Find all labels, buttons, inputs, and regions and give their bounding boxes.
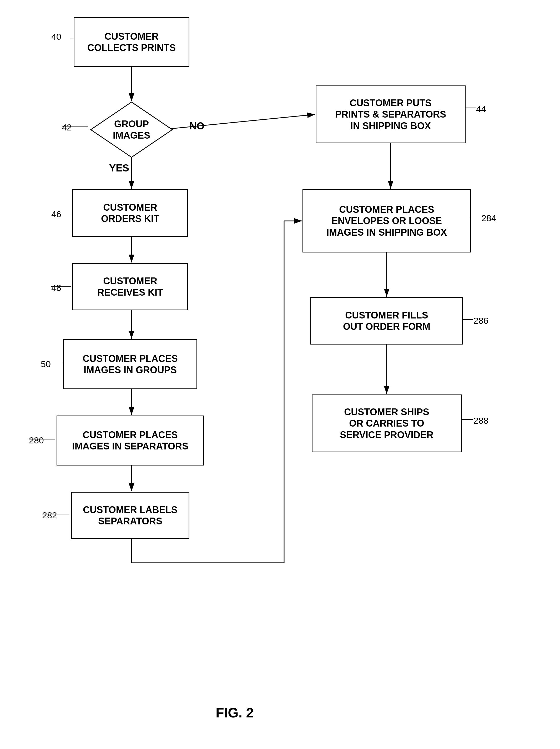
node-ships-carries: CUSTOMER SHIPS OR CARRIES TO SERVICE PRO… [312, 394, 461, 452]
no-label: NO [189, 121, 204, 132]
id-286: 286 [473, 316, 489, 326]
flowchart-diagram: CUSTOMER COLLECTS PRINTS 40 GROUPIMAGES … [0, 0, 560, 749]
node-receives-kit: CUSTOMER RECEIVES KIT [72, 263, 188, 310]
node-envelopes-loose: CUSTOMER PLACES ENVELOPES OR LOOSE IMAGE… [302, 189, 471, 253]
id-40: 40 [51, 31, 61, 42]
node-collect-prints: CUSTOMER COLLECTS PRINTS [74, 17, 189, 67]
id-46: 46 [51, 209, 61, 219]
node-fills-order-form: CUSTOMER FILLS OUT ORDER FORM [310, 297, 463, 344]
id-280: 280 [29, 435, 44, 446]
node-orders-kit: CUSTOMER ORDERS KIT [72, 189, 188, 237]
id-48: 48 [51, 283, 61, 293]
id-284: 284 [481, 213, 496, 223]
node-places-images-groups: CUSTOMER PLACES IMAGES IN GROUPS [63, 339, 197, 389]
id-42: 42 [62, 122, 72, 132]
yes-label: YES [109, 163, 129, 174]
id-44: 44 [476, 104, 486, 114]
node-labels-separators: CUSTOMER LABELS SEPARATORS [71, 492, 189, 539]
id-288: 288 [473, 415, 489, 426]
figure-caption: FIG. 2 [216, 705, 254, 721]
node-shipping-box-no: CUSTOMER PUTS PRINTS & SEPARATORS IN SHI… [316, 85, 466, 143]
diamond-label: GROUPIMAGES [113, 119, 150, 141]
node-group-images: GROUPIMAGES [89, 101, 174, 158]
id-50: 50 [41, 359, 51, 369]
id-282: 282 [42, 510, 57, 520]
node-places-separators: CUSTOMER PLACES IMAGES IN SEPARATORS [57, 415, 204, 466]
